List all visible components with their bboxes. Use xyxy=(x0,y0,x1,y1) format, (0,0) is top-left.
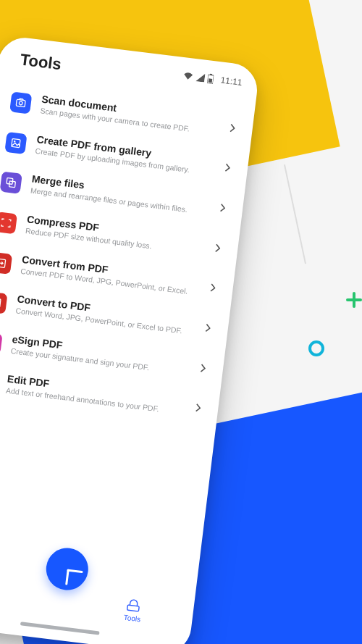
status-time: 11:11 xyxy=(220,75,243,88)
nav-files-label: Files xyxy=(0,596,1,606)
chevron-right-icon xyxy=(224,163,230,172)
chevron-right-icon xyxy=(204,323,211,333)
files-icon xyxy=(0,579,3,597)
nav-tools[interactable]: Tools xyxy=(114,595,153,624)
merge-icon xyxy=(0,172,22,194)
chevron-right-icon xyxy=(219,204,225,213)
chevron-right-icon xyxy=(199,364,206,373)
nav-files[interactable]: Files xyxy=(0,577,13,607)
svg-rect-2 xyxy=(209,78,213,83)
svg-rect-1 xyxy=(210,74,212,75)
status-bar: 11:11 xyxy=(182,70,243,88)
svg-rect-3 xyxy=(16,99,25,106)
chevron-right-icon xyxy=(214,243,221,253)
convert-to-icon xyxy=(0,291,7,314)
signal-icon xyxy=(195,72,205,82)
chevron-right-icon xyxy=(209,283,216,293)
chevron-right-icon xyxy=(195,403,201,413)
page-title: Tools xyxy=(19,51,62,75)
nav-tools-label: Tools xyxy=(123,613,141,623)
svg-point-6 xyxy=(14,141,16,143)
svg-rect-10 xyxy=(0,298,1,307)
svg-point-4 xyxy=(19,101,22,105)
convert-from-icon xyxy=(0,251,12,274)
gallery-icon xyxy=(4,132,27,154)
camera-icon xyxy=(9,91,32,114)
compress-icon xyxy=(0,212,17,234)
svg-rect-5 xyxy=(12,138,20,147)
bg-circle-decoration xyxy=(308,340,324,356)
tools-icon xyxy=(125,595,143,614)
chevron-right-icon xyxy=(229,123,235,133)
esign-icon xyxy=(0,332,3,354)
wifi-icon xyxy=(182,71,193,81)
battery-icon xyxy=(207,73,214,84)
